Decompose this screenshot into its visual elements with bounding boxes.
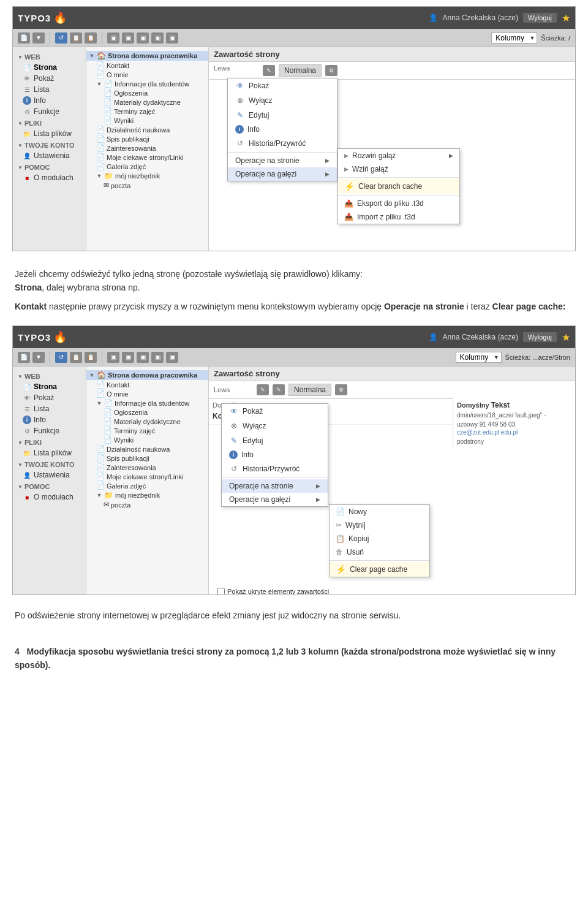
toolbar2-icon-doc1[interactable]: 📋	[70, 352, 82, 363]
tree2-item-0[interactable]: ▼ 🏠 Strona domowa pracownika	[86, 370, 208, 380]
toolbar-icon-a5[interactable]: ▣	[166, 32, 178, 44]
tree2-item-niez[interactable]: ▼ 📁 mój niezbędnik	[86, 490, 208, 500]
toolbar2-icon-a4[interactable]: ▣	[151, 352, 164, 363]
ops-wytnij[interactable]: ✂ Wytnij	[330, 518, 429, 532]
tree2-item-zaint[interactable]: 📄 Zainteresowania	[86, 463, 208, 472]
cm-edytuj-1[interactable]: ✎ Edytuj	[228, 108, 337, 123]
sidebar2-item-pokaz[interactable]: 👁 Pokaż	[13, 392, 86, 403]
sidebar2-item-lista[interactable]: ☰ Lista	[13, 403, 86, 414]
toolbar-icon-a2[interactable]: ▣	[122, 32, 134, 44]
edit-icon-normalna[interactable]: ✎	[263, 65, 275, 76]
cm-pokaz-1[interactable]: 👁 Pokaż	[228, 78, 337, 93]
cm-info-1[interactable]: i Info	[228, 123, 337, 136]
branch-rozwin[interactable]: ▶ Rozwiń gałąź ▶	[338, 149, 459, 162]
cm-wylacz-1[interactable]: ⊗ Wyłącz	[228, 93, 337, 108]
toolbar-icon-page[interactable]: 📄	[18, 32, 30, 44]
sidebar-item-ustawienia[interactable]: 👤 Ustawienia	[13, 150, 86, 161]
ops-kopiuj[interactable]: 📋 Kopiuj	[330, 532, 429, 545]
cm2-historia[interactable]: ↺ Historia/Przywróć	[222, 461, 328, 476]
toolbar2-icon-doc2[interactable]: 📋	[85, 352, 97, 363]
branch-import[interactable]: 📥 Import z pliku .t3d	[338, 210, 459, 224]
tree2-item-galeria[interactable]: 📄 Galeria zdjęć	[86, 481, 208, 490]
cm2-ops-stronie[interactable]: Operacje na stronie ▶	[222, 479, 328, 493]
sidebar-item-funkcje[interactable]: ⚙ Funkcje	[13, 106, 86, 117]
sidebar2-item-lista-plikow[interactable]: 📁 Lista plików	[13, 447, 86, 458]
edit2-icon[interactable]: ✎	[257, 384, 269, 395]
tree2-item-poczta[interactable]: ✉ poczta	[86, 500, 208, 509]
ops-usun[interactable]: 🗑 Usuń	[330, 545, 429, 559]
tree-item-mat[interactable]: 📄 Materiały dydaktyczne	[86, 97, 208, 107]
toolbar2-icon-page[interactable]: 📄	[18, 352, 30, 363]
ops-clear-page[interactable]: ⚡ Clear page cache	[330, 562, 429, 577]
tree-item-0[interactable]: ▼ 🏠 Strona domowa pracownika	[86, 51, 208, 61]
toolbar-icon-doc2[interactable]: 📋	[85, 32, 97, 44]
branch-wzin[interactable]: ▶ Wziń gałąź	[338, 162, 459, 176]
tree2-item-omnie[interactable]: 📄 O mnie	[86, 389, 208, 398]
sidebar2-item-info[interactable]: i Info	[13, 414, 86, 425]
tree-item-linki[interactable]: 📄 Moje ciekawe strony/Linki	[86, 153, 208, 162]
sidebar2-item-modulach[interactable]: ■ O modułach	[13, 492, 86, 503]
tree-item-term[interactable]: 📄 Terminy zajęć	[86, 107, 208, 116]
toolbar-icon-a1[interactable]: ▣	[107, 32, 119, 44]
logout-button-2[interactable]: Wyloguj	[523, 332, 557, 342]
tree2-item-inf-stud[interactable]: ▼ 📄 Informacje dla studentów	[86, 398, 208, 408]
kolumny-wrapper-2[interactable]: Kolumny ▼	[456, 352, 502, 363]
toolbar-icon-a4[interactable]: ▣	[151, 32, 164, 44]
toolbar2-icon-filter[interactable]: ▼	[32, 352, 45, 363]
kolumny-select-1[interactable]: Kolumny	[491, 32, 537, 44]
sidebar-item-lista[interactable]: ☰ Lista	[13, 84, 86, 95]
tree-item-zaint[interactable]: 📄 Zainteresowania	[86, 143, 208, 153]
cm2-wylacz[interactable]: ⊗ Wyłącz	[222, 419, 328, 433]
toolbar2-icon-a2[interactable]: ▣	[122, 352, 134, 363]
cm2-edytuj[interactable]: ✎ Edytuj	[222, 433, 328, 448]
toolbar-icon-filter[interactable]: ▼	[32, 32, 45, 44]
cm-historia-1[interactable]: ↺ Historia/Przywróć	[228, 136, 337, 151]
toolbar2-icon-a5[interactable]: ▣	[166, 352, 178, 363]
tree-item-spis[interactable]: 📄 Spis publikacji	[86, 134, 208, 143]
tree-item-omnie[interactable]: 📄 O mnie	[86, 70, 208, 79]
toolbar-icon-doc1[interactable]: 📋	[70, 32, 82, 44]
cm-ops-galezi-1[interactable]: Operacje na gałęzi ▶	[228, 167, 337, 181]
tree-item-niezbednik[interactable]: ▼ 📁 mój niezbędnik	[86, 171, 208, 181]
tree2-item-ogl[interactable]: 📄 Ogłoszenia	[86, 408, 208, 417]
toolbar2-icon-a3[interactable]: ▣	[137, 352, 149, 363]
tree2-item-spis[interactable]: 📄 Spis publikacji	[86, 454, 208, 463]
tree2-item-wyniki[interactable]: 📄 Wyniki	[86, 435, 208, 444]
sidebar-item-info[interactable]: i Info	[13, 95, 86, 106]
toolbar-icon-a3[interactable]: ▣	[137, 32, 149, 44]
tree-item-poczta[interactable]: ✉ poczta	[86, 181, 208, 190]
branch-clear-cache[interactable]: ⚡ Clear branch cache	[338, 179, 459, 194]
tree-item-ogl[interactable]: 📄 Ogłoszenia	[86, 88, 208, 97]
sidebar-item-lista-plikow[interactable]: 📁 Lista plików	[13, 128, 86, 139]
cm-ops-stronie-1[interactable]: Operacje na stronie ▶	[228, 154, 337, 167]
sidebar2-item-funkcje[interactable]: ⚙ Funkcje	[13, 425, 86, 436]
sidebar2-item-ustawienia[interactable]: 👤 Ustawienia	[13, 469, 86, 480]
cm2-info[interactable]: i Info	[222, 448, 328, 461]
kolumny-select-2[interactable]: Kolumny	[456, 352, 502, 363]
tree-item-dz-nauk[interactable]: 📄 Działalność naukowa	[86, 125, 208, 134]
branch-export[interactable]: 📤 Eksport do pliku .t3d	[338, 197, 459, 210]
toolbar-icon-refresh[interactable]: ↺	[55, 32, 67, 44]
sidebar-item-modulach[interactable]: ■ O modułach	[13, 172, 86, 183]
show-hidden-checkbox[interactable]	[217, 588, 225, 595]
tree2-item-term[interactable]: 📄 Terminy zajęć	[86, 426, 208, 435]
tree2-item-kontakt[interactable]: 📄 Kontakt	[86, 380, 208, 389]
sidebar-item-strona[interactable]: 📄 Strona	[13, 62, 86, 73]
tree-item-galeria[interactable]: 📄 Galeria zdjęć	[86, 162, 208, 171]
logout-button-1[interactable]: Wyloguj	[523, 13, 557, 23]
cm2-ops-galezi[interactable]: Operacje na gałęzi ▶	[222, 493, 328, 506]
tree-item-wyniki[interactable]: 📄 Wyniki	[86, 116, 208, 125]
kolumny-wrapper-1[interactable]: Kolumny ▼	[491, 32, 537, 44]
sidebar-item-pokaz[interactable]: 👁 Pokaż	[13, 73, 86, 84]
ops-nowy[interactable]: 📄 Nowy	[330, 505, 429, 518]
tree2-item-dz[interactable]: 📄 Działalność naukowa	[86, 444, 208, 454]
tree2-item-mat[interactable]: 📄 Materiały dydaktyczne	[86, 417, 208, 426]
toolbar2-icon-a1[interactable]: ▣	[107, 352, 119, 363]
sidebar2-item-strona[interactable]: 📄 Strona	[13, 381, 86, 392]
tree2-item-linki[interactable]: 📄 Moje ciekawe strony/Linki	[86, 472, 208, 481]
settings-icon-normalna[interactable]: ⚙	[325, 65, 337, 76]
tree-item-inf-stud[interactable]: ▼ 📄 Informacje dla studentów	[86, 79, 208, 88]
cm2-pokaz[interactable]: 👁 Pokaż	[222, 404, 328, 419]
tree-item-kontakt[interactable]: 📄 Kontakt	[86, 61, 208, 70]
edit3-icon[interactable]: ✎	[273, 384, 285, 395]
